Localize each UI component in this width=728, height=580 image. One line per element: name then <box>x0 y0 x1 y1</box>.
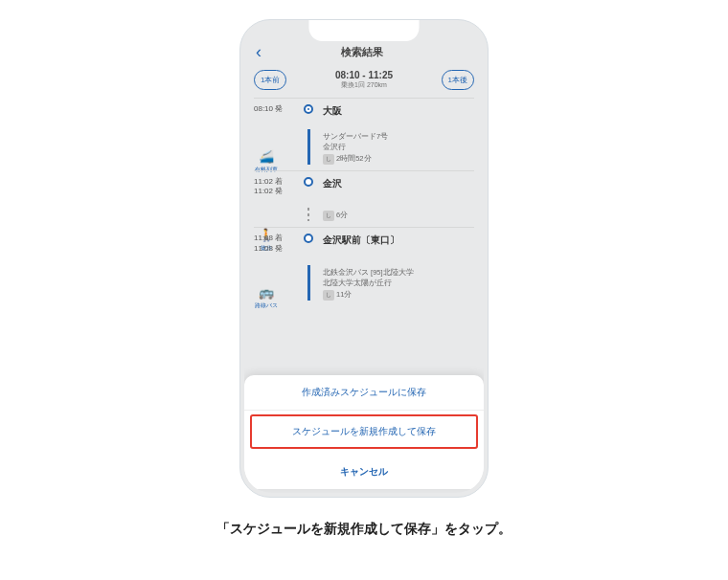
stop-time: 11:02 着11:02 発 <box>254 177 300 197</box>
badge: し <box>323 211 334 221</box>
stop-row: 08:10 発 大阪 <box>254 98 474 123</box>
action-sheet: 作成済みスケジュールに保存 スケジュールを新規作成して保存 キャンセル <box>244 375 484 489</box>
station-name: 金沢 <box>323 177 474 190</box>
duration: 2時間52分 <box>336 154 372 163</box>
caption: 「スケジュールを新規作成して保存」をタップ。 <box>216 521 512 538</box>
stop-row: 11:08 着11:08 発 金沢駅前〔東口〕 <box>254 227 474 259</box>
phone-frame: ‹ 検索結果 1本前 08:10 - 11:25 乗換1回 270km 1本後 … <box>239 19 489 498</box>
stop-row: 11:02 着11:02 発 金沢 <box>254 170 474 203</box>
train-dest: 金沢行 <box>323 142 474 152</box>
page-title: 検索結果 <box>248 45 476 59</box>
save-new-button[interactable]: スケジュールを新規作成して保存 <box>250 414 478 449</box>
segment-row: 🚌 路線バス 北鉄金沢バス [95]北陸大学 北陸大学太陽が丘行 し11分 <box>254 259 474 306</box>
segment-row: 🚄 有料列車 サンダーバード7号 金沢行 し2時間52分 <box>254 123 474 170</box>
next-button[interactable]: 1本後 <box>442 70 474 90</box>
nav-row: 1本前 08:10 - 11:25 乗換1回 270km 1本後 <box>244 62 484 98</box>
station-name: 大阪 <box>323 104 474 118</box>
badge: し <box>323 290 334 301</box>
stop-dot-icon <box>304 234 313 243</box>
stop-dot-icon <box>304 177 313 187</box>
notch <box>309 20 420 41</box>
stop-dot-icon <box>304 104 313 114</box>
save-existing-button[interactable]: 作成済みスケジュールに保存 <box>244 375 484 411</box>
duration: 6分 <box>336 211 348 219</box>
badge: し <box>323 154 334 165</box>
segment-row: 🚶 徒歩 し6分 <box>254 202 474 227</box>
bus-icon: 🚌 路線バス <box>250 286 283 310</box>
bus-name: 北鉄金沢バス [95]北陸大学 <box>323 267 474 278</box>
icon-label: 路線バス <box>255 302 278 308</box>
cancel-button[interactable]: キャンセル <box>244 455 484 489</box>
time-range: 08:10 - 11:25 <box>335 70 393 80</box>
stop-time: 08:10 発 <box>254 104 300 118</box>
stop-time: 11:08 着11:08 発 <box>254 234 300 254</box>
duration: 11分 <box>336 290 352 299</box>
nav-center: 08:10 - 11:25 乗換1回 270km <box>335 70 393 90</box>
prev-button[interactable]: 1本前 <box>254 70 286 90</box>
train-name: サンダーバード7号 <box>323 131 474 142</box>
route-summary: 乗換1回 270km <box>335 80 393 90</box>
station-name: 金沢駅前〔東口〕 <box>323 234 474 247</box>
bus-dest: 北陸大学太陽が丘行 <box>323 278 474 288</box>
screen: ‹ 検索結果 1本前 08:10 - 11:25 乗換1回 270km 1本後 … <box>244 24 484 493</box>
